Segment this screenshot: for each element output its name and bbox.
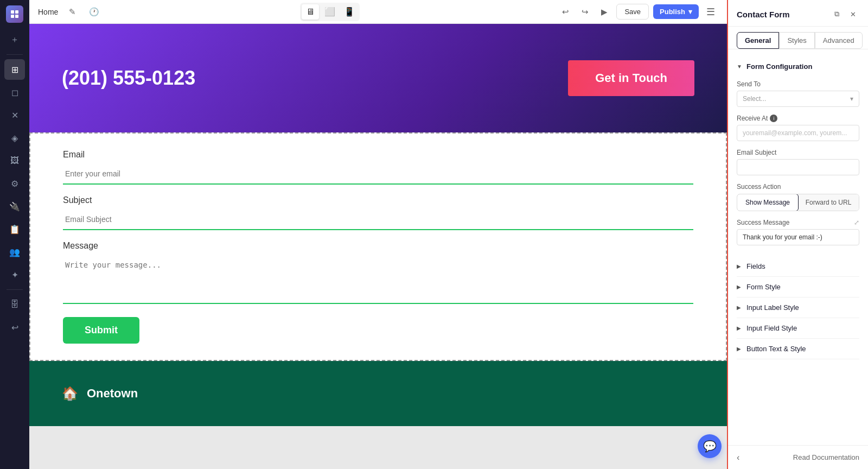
input-field-style-chevron-icon: ▶	[737, 325, 743, 331]
sidebar-icon-forms[interactable]: 📋	[4, 219, 25, 239]
footer-section: 🏠 Onetown	[29, 361, 727, 426]
tab-styles[interactable]: Styles	[779, 32, 814, 49]
publish-chevron-icon: ▾	[688, 8, 692, 16]
email-field-group: Email	[63, 150, 693, 185]
success-message-label: Success Message	[737, 219, 789, 226]
panel-header: Contact Form ⧉ ✕	[728, 0, 868, 27]
panel-tabs: General Styles Advanced	[728, 27, 868, 49]
sidebar-divider-2	[7, 289, 23, 290]
subject-input[interactable]	[63, 210, 693, 230]
desktop-btn[interactable]: 🖥	[302, 4, 319, 20]
publish-button[interactable]: Publish ▾	[653, 4, 699, 19]
tablet-btn[interactable]: ⬜	[321, 4, 339, 20]
success-message-expand-icon[interactable]: ⤢	[854, 219, 859, 226]
sidebar-icon-media[interactable]: 🖼	[4, 150, 25, 171]
device-switcher: 🖥 ⬜ 📱	[300, 3, 360, 21]
sidebar-divider-1	[7, 54, 23, 55]
input-label-style-accordion[interactable]: ▶ Input Label Style	[737, 297, 859, 318]
right-panel: Contact Form ⧉ ✕ General Styles Advanced…	[727, 0, 868, 469]
sidebar-icon-layout[interactable]: ⊞	[4, 59, 25, 80]
form-style-chevron-icon: ▶	[737, 284, 743, 290]
sidebar-icon-plugins[interactable]: 🔌	[4, 196, 25, 217]
form-config-content: Send To Select... ▾ Receive At i	[737, 76, 859, 255]
left-sidebar: ＋ ⊞ ◻ ✕ ◈ 🖼 ⚙ 🔌 📋 👥 ✦ 🗄 ↩	[0, 0, 29, 469]
input-field-style-accordion[interactable]: ▶ Input Field Style	[737, 318, 859, 339]
form-config-title: Form Configuration	[746, 62, 812, 71]
chat-bubble-btn[interactable]: 💬	[698, 434, 722, 458]
button-style-accordion[interactable]: ▶ Button Text & Style	[737, 339, 859, 359]
fields-accordion[interactable]: ▶ Fields	[737, 256, 859, 277]
email-subject-row: Email Subject	[737, 149, 859, 175]
sidebar-icon-database[interactable]: 🗄	[4, 294, 25, 315]
fields-chevron-icon: ▶	[737, 263, 743, 269]
tab-general[interactable]: General	[737, 32, 779, 49]
sidebar-icon-undo-bottom[interactable]: ↩	[4, 317, 25, 338]
sidebar-icon-users[interactable]: 👥	[4, 242, 25, 262]
panel-content: ▼ Form Configuration Send To Select... ▾…	[728, 49, 868, 445]
receive-at-label: Receive At i	[737, 115, 859, 122]
receive-at-info-icon: i	[770, 115, 777, 122]
hero-section: (201) 555-0123 Get in Touch	[29, 24, 727, 132]
email-input[interactable]	[63, 164, 693, 185]
email-subject-label: Email Subject	[737, 149, 859, 156]
success-action-buttons: Show Message Forward to URL	[737, 194, 859, 211]
play-btn[interactable]: ▶	[597, 4, 612, 20]
canvas-area: (201) 555-0123 Get in Touch Email Subjec…	[29, 24, 727, 469]
receive-at-row: Receive At i	[737, 115, 859, 141]
tab-advanced[interactable]: Advanced	[815, 32, 863, 49]
panel-title: Contact Form	[737, 10, 790, 19]
receive-at-input[interactable]	[737, 125, 859, 141]
read-docs-footer: ‹ Read Documentation	[728, 445, 868, 469]
panel-header-actions: ⧉ ✕	[830, 8, 859, 21]
panel-duplicate-icon[interactable]: ⧉	[830, 8, 843, 21]
undo-btn[interactable]: ↩	[558, 4, 573, 20]
forward-to-url-btn[interactable]: Forward to URL	[798, 194, 859, 211]
panel-close-icon[interactable]: ✕	[846, 8, 859, 21]
form-config-header[interactable]: ▼ Form Configuration	[737, 57, 859, 76]
success-action-section: Success Action Show Message Forward to U…	[737, 183, 859, 211]
panel-collapse-icon[interactable]: ‹	[737, 453, 739, 462]
sidebar-icon-elements[interactable]: ◈	[4, 128, 25, 148]
message-label: Message	[63, 241, 693, 251]
sidebar-icon-nav[interactable]: ✕	[4, 105, 25, 125]
send-to-placeholder: Select...	[743, 95, 766, 103]
message-field-group: Message	[63, 241, 693, 306]
sidebar-logo[interactable]	[6, 5, 23, 23]
send-to-label: Send To	[737, 80, 859, 88]
redo-btn[interactable]: ↪	[577, 4, 592, 20]
mobile-btn[interactable]: 📱	[341, 4, 358, 20]
email-label: Email	[63, 150, 693, 160]
read-documentation-btn[interactable]: Read Documentation	[793, 453, 859, 461]
button-style-chevron-icon: ▶	[737, 346, 743, 352]
sidebar-icon-settings[interactable]: ⚙	[4, 173, 25, 194]
success-message-input[interactable]	[737, 229, 859, 245]
sidebar-icon-pages[interactable]: ◻	[4, 82, 25, 103]
submit-button[interactable]: Submit	[63, 317, 139, 344]
history-icon[interactable]: 🕐	[86, 4, 101, 20]
save-button[interactable]: Save	[616, 4, 649, 20]
form-config-chevron-icon: ▼	[737, 64, 743, 69]
get-in-touch-button[interactable]: Get in Touch	[568, 60, 694, 96]
form-style-accordion[interactable]: ▶ Form Style	[737, 277, 859, 297]
sidebar-add-btn[interactable]: ＋	[4, 29, 25, 50]
success-message-row: Success Message ⤢	[737, 219, 859, 245]
subject-label: Subject	[63, 195, 693, 205]
main-area: Home ✎ 🕐 🖥 ⬜ 📱 ↩ ↪ ▶ Save Publish ▾ ☰ (2…	[29, 0, 727, 469]
contact-form-section: Email Subject Message Submit	[29, 132, 727, 361]
hero-phone: (201) 555-0123	[62, 67, 195, 90]
home-link[interactable]: Home	[38, 8, 58, 16]
fields-title: Fields	[746, 262, 765, 270]
send-to-select[interactable]: Select... ▾	[737, 91, 859, 107]
edit-icon[interactable]: ✎	[65, 4, 80, 20]
menu-icon[interactable]: ☰	[703, 4, 718, 20]
email-subject-input[interactable]	[737, 159, 859, 175]
sidebar-icon-star[interactable]: ✦	[4, 264, 25, 285]
button-style-title: Button Text & Style	[746, 345, 806, 353]
subject-field-group: Subject	[63, 195, 693, 230]
message-textarea[interactable]	[63, 255, 693, 304]
input-label-style-chevron-icon: ▶	[737, 305, 743, 310]
send-to-row: Send To Select... ▾	[737, 80, 859, 107]
show-message-btn[interactable]: Show Message	[737, 194, 799, 211]
topbar: Home ✎ 🕐 🖥 ⬜ 📱 ↩ ↪ ▶ Save Publish ▾ ☰	[29, 0, 727, 24]
send-to-chevron-icon: ▾	[850, 95, 853, 103]
